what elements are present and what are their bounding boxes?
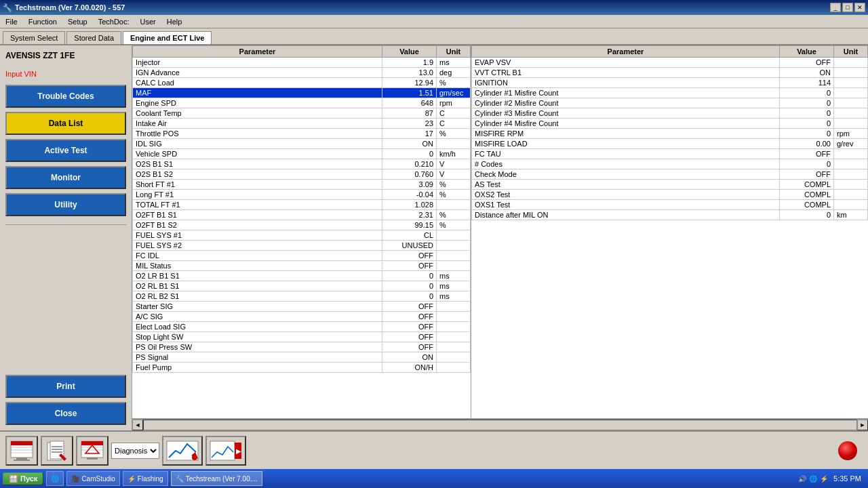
menu-techdoc[interactable]: TechDoc: <box>96 17 132 26</box>
table-row[interactable]: Elect Load SIG OFF <box>133 322 471 332</box>
data-list-button[interactable]: Data List <box>5 112 126 135</box>
tool-button-1[interactable] <box>5 436 38 466</box>
menu-help[interactable]: Help <box>164 17 185 26</box>
table-row[interactable]: Check Mode OFF <box>472 169 868 180</box>
value-cell: 0 <box>780 119 834 129</box>
active-test-button[interactable]: Active Test <box>5 139 126 162</box>
table-row[interactable]: MISFIRE RPM 0 rpm <box>472 129 868 139</box>
scroll-right-arrow[interactable]: ► <box>857 420 868 430</box>
table-row[interactable]: O2 RL B2 S1 0 ms <box>133 291 471 302</box>
table-row[interactable]: Injector 1.9 ms <box>133 58 471 68</box>
tables-wrapper: Parameter Value Unit Injector 1.9 ms IGN… <box>132 45 868 418</box>
table-row[interactable]: FC IDL OFF <box>133 251 471 261</box>
menu-user[interactable]: User <box>138 17 159 26</box>
table-row[interactable]: Long FT #1 -0.04 % <box>133 190 471 200</box>
taskbar-camstudio[interactable]: 🎥 CamStudio <box>66 471 119 486</box>
table-row[interactable]: OXS2 Test COMPL <box>472 190 868 200</box>
table-row[interactable]: AS Test COMPL <box>472 180 868 190</box>
tool-button-2[interactable] <box>41 436 73 466</box>
table-row[interactable]: Coolant Temp 87 C <box>133 108 471 119</box>
table-row[interactable]: PS Oil Press SW OFF <box>133 342 471 352</box>
highlighted-row[interactable]: MAF 1.51 gm/sec <box>133 88 471 98</box>
tab-engine-ect-live[interactable]: Engine and ECT Live <box>123 31 212 44</box>
close-app-button[interactable]: Close <box>5 402 126 425</box>
start-button[interactable]: 🪟 Пуск <box>3 472 43 485</box>
vehicle-title: AVENSIS ZZT 1FE <box>5 51 126 60</box>
table-row[interactable]: FUEL SYS #2 UNUSED <box>133 241 471 251</box>
value-cell: 1.9 <box>382 58 437 68</box>
table-row[interactable]: Intake Air 23 C <box>133 119 471 129</box>
taskbar-flashing[interactable]: ⚡ Flashing <box>123 471 168 486</box>
table-row[interactable]: # Codes 0 <box>472 159 868 169</box>
menu-function[interactable]: Function <box>26 17 60 26</box>
table-row[interactable]: Fuel Pump ON/H <box>133 363 471 373</box>
horizontal-scrollbar[interactable] <box>143 420 857 430</box>
table-row[interactable]: MIL Status OFF <box>133 261 471 271</box>
tab-system-select[interactable]: System Select <box>3 31 65 44</box>
menu-setup[interactable]: Setup <box>65 17 90 26</box>
table-row[interactable]: Cylinder #2 Misfire Count 0 <box>472 98 868 108</box>
table-row[interactable]: VVT CTRL B1 ON <box>472 68 868 78</box>
menu-file[interactable]: File <box>3 17 20 26</box>
monitor-button[interactable]: Monitor <box>5 166 126 189</box>
param-cell: # Codes <box>472 159 780 169</box>
tool-button-5[interactable]: ▶ <box>205 436 246 466</box>
table-row[interactable]: O2 RL B1 S1 0 ms <box>133 281 471 291</box>
diagnosis-select[interactable]: Diagnosis <box>111 443 159 459</box>
table-row[interactable]: Engine SPD 648 rpm <box>133 98 471 108</box>
param-cell: Throttle POS <box>133 129 382 139</box>
unit-cell: C <box>437 119 471 129</box>
unit-cell <box>834 119 868 129</box>
param-cell: OXS2 Test <box>472 190 780 200</box>
table-row[interactable]: IGNITION 114 <box>472 78 868 88</box>
table-row[interactable]: Cylinder #3 Misfire Count 0 <box>472 108 868 119</box>
table-row[interactable]: EVAP VSV OFF <box>472 58 868 68</box>
table-row[interactable]: O2FT B1 S2 99.15 % <box>133 220 471 230</box>
table-row[interactable]: O2S B1 S1 0.210 V <box>133 159 471 169</box>
trouble-codes-button[interactable]: Trouble Codes <box>5 85 126 108</box>
tab-stored-data[interactable]: Stored Data <box>66 31 121 44</box>
tool-button-4[interactable] <box>162 436 203 466</box>
param-cell: TOTAL FT #1 <box>133 200 382 210</box>
minimize-button[interactable]: _ <box>830 3 841 12</box>
record-button[interactable] <box>838 441 857 460</box>
param-cell: MIL Status <box>133 261 382 271</box>
print-button[interactable]: Print <box>5 375 126 398</box>
table-row[interactable]: CALC Load 12.94 % <box>133 78 471 88</box>
table-row[interactable]: Starter SIG OFF <box>133 302 471 312</box>
taskbar-techstream[interactable]: 🔧 Techstream (Ver 7.00.... <box>171 471 262 486</box>
table-row[interactable]: FC TAU OFF <box>472 149 868 159</box>
table-row[interactable]: Short FT #1 3.09 % <box>133 180 471 190</box>
table-row[interactable]: FUEL SYS #1 CL <box>133 230 471 241</box>
param-cell: Cylinder #4 Misfire Count <box>472 119 780 129</box>
table-row[interactable]: O2FT B1 S1 2.31 % <box>133 210 471 220</box>
tool-button-3[interactable] <box>76 436 108 466</box>
value-cell: OFF <box>382 302 437 312</box>
taskbar-ie[interactable]: 🌐 <box>46 471 64 486</box>
table-row[interactable]: MISFIRE LOAD 0.00 g/rev <box>472 139 868 149</box>
unit-cell: km <box>834 210 868 220</box>
table-row[interactable]: Stop Light SW OFF <box>133 332 471 342</box>
table-row[interactable]: O2S B1 S2 0.760 V <box>133 169 471 180</box>
param-cell: Check Mode <box>472 169 780 180</box>
table-row[interactable]: Throttle POS 17 % <box>133 129 471 139</box>
table-row[interactable]: Cylinder #1 Misfire Count 0 <box>472 88 868 98</box>
param-cell: Stop Light SW <box>133 332 382 342</box>
value-cell: 12.94 <box>382 78 437 88</box>
title-text: Techstream (Ver 7.00.020) - 557 <box>15 3 125 12</box>
sidebar: AVENSIS ZZT 1FE Input VIN Trouble Codes … <box>0 45 132 430</box>
table-row[interactable]: Vehicle SPD 0 km/h <box>133 149 471 159</box>
utility-button[interactable]: Utility <box>5 193 126 216</box>
table-row[interactable]: TOTAL FT #1 1.028 <box>133 200 471 210</box>
close-button[interactable]: ✕ <box>854 3 865 12</box>
scroll-left-arrow[interactable]: ◄ <box>132 420 143 430</box>
table-row[interactable]: IGN Advance 13.0 deg <box>133 68 471 78</box>
table-row[interactable]: Distance after MIL ON 0 km <box>472 210 868 220</box>
table-row[interactable]: A/C SIG OFF <box>133 312 471 322</box>
table-row[interactable]: IDL SIG ON <box>133 139 471 149</box>
table-row[interactable]: OXS1 Test COMPL <box>472 200 868 210</box>
table-row[interactable]: Cylinder #4 Misfire Count 0 <box>472 119 868 129</box>
maximize-button[interactable]: □ <box>842 3 853 12</box>
table-row[interactable]: PS Signal ON <box>133 352 471 363</box>
table-row[interactable]: O2 LR B1 S1 0 ms <box>133 271 471 281</box>
